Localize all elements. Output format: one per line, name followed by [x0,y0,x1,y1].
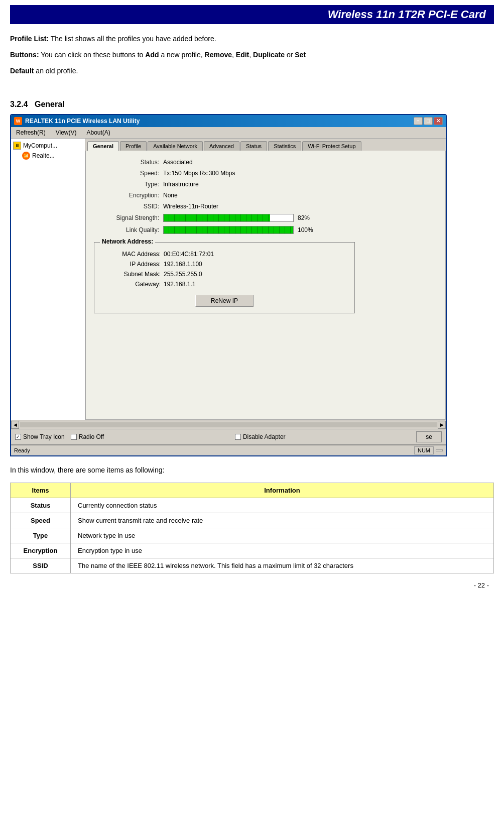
status-bar-left: Ready [14,447,30,453]
ssid-value: Wireless-11n-Router [163,203,218,210]
col-info-header: Information [71,483,494,498]
table-info-cell: Show current transmit rate and receive r… [71,513,494,528]
signal-progress-container: 82% [163,214,310,222]
minimize-button[interactable]: − [414,117,423,125]
info-table: Items Information StatusCurrently connec… [10,483,494,573]
network-icon: 📶 [22,152,30,160]
dialog-controls: − □ ✕ [414,117,443,125]
disable-adapter-row: Disable Adapter [235,433,286,440]
computer-icon: 🖥 [13,142,21,150]
tree-panel: 🖥 MyComput... 📶 Realte... [11,139,85,420]
tab-advanced[interactable]: Advanced [204,141,239,151]
show-tray-checkbox[interactable] [15,434,21,440]
default-desc: Default an old profile. [10,65,494,77]
mac-value: 00:E0:4C:81:72:01 [164,251,214,258]
link-row: Link Quality: 100% [94,226,437,234]
edit-label: Edit [236,51,249,59]
ip-row: IP Address: 192.168.1.100 [100,261,348,268]
encryption-label: Encryption: [94,192,159,199]
link-progress-bar [163,226,294,234]
radio-off-checkbox[interactable] [71,434,77,440]
scroll-left-btn[interactable]: ◀ [11,421,19,429]
table-row: SSIDThe name of the IEEE 802.11 wireless… [11,558,494,573]
link-progress-fill [164,226,293,233]
table-info-cell: Network type in use [71,528,494,543]
disable-adapter-checkbox[interactable] [235,434,241,440]
ssid-row: SSID: Wireless-11n-Router [94,203,437,210]
show-tray-row: Show Tray Icon [15,433,65,440]
subnet-label: Subnet Mask: [100,271,161,278]
signal-percent: 82% [298,214,310,221]
speed-value: Tx:150 Mbps Rx:300 Mbps [163,170,235,177]
maximize-button[interactable]: □ [424,117,433,125]
section-heading: 3.2.4 General [10,100,494,109]
tab-status[interactable]: Status [240,141,267,151]
show-tray-label: Show Tray Icon [23,433,65,440]
table-row: StatusCurrently connection status [11,498,494,513]
add-label: Add [145,51,159,59]
table-item-cell: Type [11,528,71,543]
renew-ip-button[interactable]: ReNew IP [195,295,254,307]
extra-indicator [436,449,443,451]
dialog: W REALTEK 11n PCIE Wireless LAN Utility … [10,114,447,456]
dialog-wrapper: W REALTEK 11n PCIE Wireless LAN Utility … [10,114,494,456]
titlebar-left: W REALTEK 11n PCIE Wireless LAN Utility [14,117,140,125]
link-label: Link Quality: [94,226,159,233]
page-number: - 22 - [10,581,494,589]
signal-progress-bar [163,214,294,222]
gateway-value: 192.168.1.1 [164,281,195,288]
table-row: TypeNetwork type in use [11,528,494,543]
tree-child-label: Realte... [32,152,55,159]
buttons-desc: Buttons: You can click on these buttons … [10,49,494,61]
gateway-row: Gateway: 192.168.1.1 [100,281,348,288]
tree-child[interactable]: 📶 Realte... [13,151,83,161]
speed-label: Speed: [94,170,159,177]
status-value: Associated [163,159,193,166]
dialog-titlebar: W REALTEK 11n PCIE Wireless LAN Utility … [11,115,446,127]
page-title: Wireless 11n 1T2R PCI-E Card [10,5,494,24]
tab-wifi-protect[interactable]: Wi-Fi Protect Setup [302,141,361,151]
dialog-body: 🖥 MyComput... 📶 Realte... General Profil… [11,139,446,420]
profile-list-label: Profile List: [10,35,49,43]
tab-available-network[interactable]: Available Network [148,141,203,151]
status-row: Status: Associated [94,159,437,166]
table-row: SpeedShow current transmit rate and rece… [11,513,494,528]
speed-row: Speed: Tx:150 Mbps Rx:300 Mbps [94,170,437,177]
status-bar: Ready NUM [11,444,446,455]
mac-label: MAC Address: [100,251,161,258]
status-label: Status: [94,159,159,166]
scrollbar[interactable]: ◀ ▶ [11,420,446,429]
encryption-row: Encryption: None [94,192,437,199]
default-label: Default [10,67,34,75]
description-text: In this window, there are some items as … [10,464,494,477]
close-action-button[interactable]: se [416,431,442,442]
encryption-value: None [163,192,178,199]
info-area: Status: Associated Speed: Tx:150 Mbps Rx… [85,151,446,420]
table-info-cell: Currently connection status [71,498,494,513]
table-header-row: Items Information [11,483,494,498]
table-item-cell: Status [11,498,71,513]
menu-about[interactable]: About(A) [83,128,113,137]
profile-list-desc: Profile List: The list shows all the pro… [10,33,494,45]
close-button[interactable]: ✕ [434,117,443,125]
signal-progress-fill [164,214,270,221]
mac-row: MAC Address: 00:E0:4C:81:72:01 [100,251,348,258]
tab-statistics[interactable]: Statistics [268,141,301,151]
radio-off-row: Radio Off [71,433,104,440]
tabs-bar: General Profile Available Network Advanc… [85,139,446,151]
type-value: Infrastructure [163,181,199,188]
scroll-right-btn[interactable]: ▶ [438,421,446,429]
duplicate-label: Duplicate [253,51,285,59]
network-address-section: Network Address: MAC Address: 00:E0:4C:8… [94,242,355,313]
menu-refresh[interactable]: Refresh(R) [13,128,49,137]
col-items-header: Items [11,483,71,498]
menu-view[interactable]: View(V) [53,128,80,137]
network-address-box: MAC Address: 00:E0:4C:81:72:01 IP Addres… [94,242,355,313]
radio-off-label: Radio Off [79,433,104,440]
set-label: Set [295,51,306,59]
remove-label: Remove [205,51,232,59]
tree-root[interactable]: 🖥 MyComput... [13,141,83,151]
tab-profile[interactable]: Profile [120,141,147,151]
tab-general[interactable]: General [87,141,119,151]
table-info-cell: The name of the IEEE 802.11 wireless net… [71,558,494,573]
